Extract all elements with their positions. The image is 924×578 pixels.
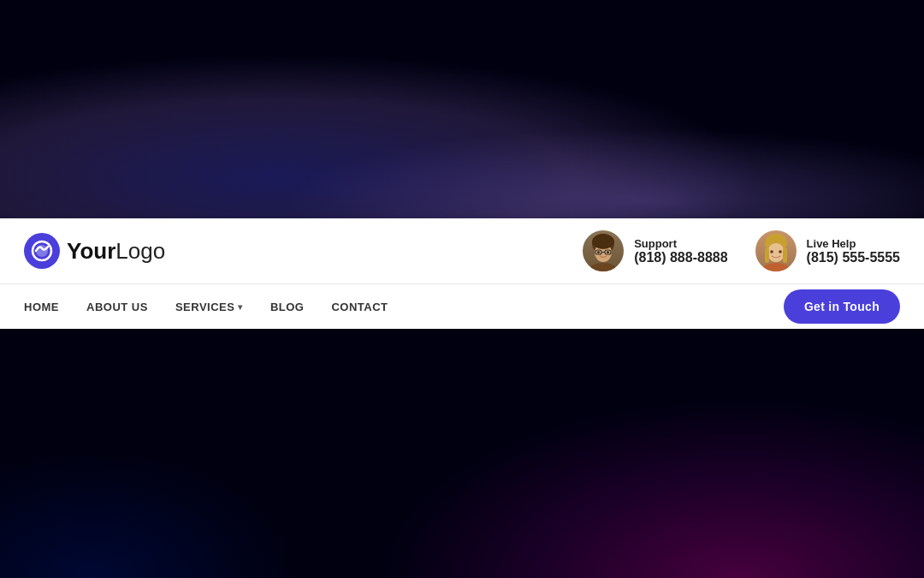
- header-bar: YourLogo: [0, 218, 924, 329]
- svg-point-16: [762, 263, 790, 271]
- get-in-touch-button[interactable]: Get in Touch: [784, 289, 900, 324]
- nav-bar: HOME ABOUT US SERVICES ▾ BLOG CONTACT Ge…: [0, 284, 924, 329]
- svg-point-14: [770, 250, 773, 253]
- live-help-avatar: [755, 230, 797, 271]
- nav-item-contact[interactable]: CONTACT: [331, 301, 388, 313]
- svg-rect-12: [765, 247, 769, 263]
- nav-item-about-us[interactable]: ABOUT US: [86, 301, 148, 313]
- live-help-phone: (815) 555-5555: [807, 250, 900, 265]
- support-avatar: [583, 230, 624, 271]
- support-phone: (818) 888-8888: [634, 250, 727, 265]
- contact-area: Support (818) 888-8888: [583, 230, 900, 271]
- support-contact-info: Support (818) 888-8888: [634, 237, 727, 265]
- support-contact-item: Support (818) 888-8888: [583, 230, 727, 271]
- nav-item-home[interactable]: HOME: [24, 301, 59, 313]
- nav-item-blog[interactable]: BLOG: [270, 301, 305, 313]
- bg-glow-top2: [0, 0, 924, 223]
- svg-point-11: [767, 243, 785, 262]
- live-help-contact-item: Live Help (815) 555-5555: [755, 230, 900, 271]
- services-dropdown-icon: ▾: [238, 302, 243, 312]
- svg-point-8: [607, 251, 609, 253]
- svg-point-9: [589, 263, 617, 271]
- svg-point-7: [597, 251, 600, 253]
- header-top: YourLogo: [0, 218, 924, 284]
- live-help-contact-info: Live Help (815) 555-5555: [807, 237, 900, 265]
- svg-point-3: [592, 234, 614, 249]
- logo-area: YourLogo: [24, 233, 165, 269]
- bg-glow-bottom2: [0, 321, 924, 578]
- logo-icon: [24, 233, 60, 269]
- live-help-label: Live Help: [807, 237, 900, 250]
- logo-text: YourLogo: [67, 238, 165, 265]
- nav-item-services[interactable]: SERVICES ▾: [175, 301, 243, 313]
- support-label: Support: [634, 237, 727, 250]
- nav-links: HOME ABOUT US SERVICES ▾ BLOG CONTACT: [24, 301, 388, 313]
- svg-point-15: [779, 250, 782, 253]
- svg-rect-13: [783, 247, 787, 263]
